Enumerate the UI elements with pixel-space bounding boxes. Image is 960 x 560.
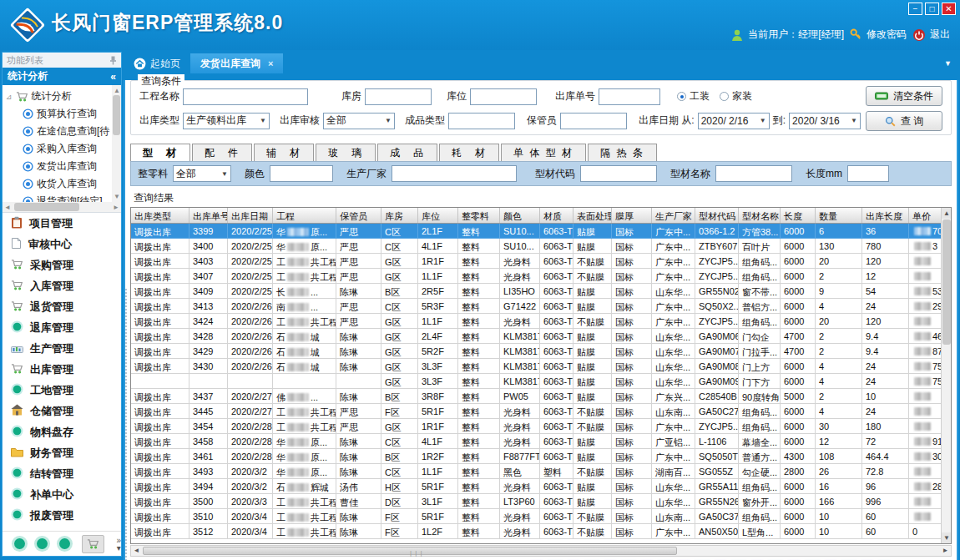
- tree-item[interactable]: 在途信息查询[待: [6, 123, 119, 140]
- module-dot-icon[interactable]: [37, 538, 48, 549]
- tree-item[interactable]: 采购入库查询: [6, 140, 119, 158]
- zhengling-select[interactable]: 全部▼: [173, 165, 231, 182]
- sidebar-module-circle[interactable]: 报废管理: [3, 505, 121, 526]
- collapse-icon[interactable]: «: [110, 71, 116, 83]
- sidebar-module-cart[interactable]: 采购管理: [3, 255, 121, 275]
- sidebar-module-circle[interactable]: 结转管理: [3, 463, 121, 484]
- column-header[interactable]: 库房: [381, 208, 418, 223]
- clear-conditions-button[interactable]: 清空条件: [866, 86, 942, 106]
- sidebar-module-circle[interactable]: 补单中心: [3, 484, 121, 505]
- material-tab[interactable]: 玻 璃: [316, 144, 376, 161]
- table-row[interactable]: 调拨出库34282020/2/26石城陈琳G区2L4F整料KLM38176063…: [131, 329, 941, 344]
- logout-button[interactable]: 退出: [912, 28, 950, 42]
- table-row[interactable]: 调拨出库34072020/2/25工共工程严思G区1L1F整料光身料6063-T…: [131, 269, 941, 284]
- column-header[interactable]: 数量: [816, 208, 862, 223]
- table-row[interactable]: 调拨出库34002020/2/25华原...严思C区4L1F整料SU10...6…: [131, 239, 941, 254]
- table-row[interactable]: 调拨出库34302020/2/26石城陈琳G区3L3F整料KLM38176063…: [131, 359, 941, 374]
- product-type-input[interactable]: [448, 113, 515, 129]
- table-row[interactable]: 调拨出库34582020/2/28华原...陈琳C区4L1F整料光身料6063-…: [131, 434, 941, 449]
- table-row[interactable]: 调拨出库34612020/2/28华原...陈琳B区1R2F整料F8877FT6…: [131, 449, 941, 464]
- column-header[interactable]: 工程: [273, 208, 336, 223]
- material-tab[interactable]: 耗 材: [439, 144, 499, 161]
- outbound-type-select[interactable]: 生产领料出库▼: [183, 113, 270, 129]
- material-tab[interactable]: 单 体 型 材: [501, 144, 586, 161]
- minimize-button[interactable]: −: [908, 3, 922, 15]
- module-dot-icon[interactable]: [59, 538, 70, 549]
- sidebar-module-doc[interactable]: 审核中心: [3, 234, 121, 255]
- radio-gongzhuang[interactable]: 工装: [677, 89, 710, 103]
- column-header[interactable]: 型材代码: [695, 208, 739, 223]
- table-row[interactable]: 调拨出库35122020/3/4工共工程陈琳F区1L2F整料光身料6063-T5…: [131, 524, 941, 539]
- table-vertical-scrollbar[interactable]: ▲▼: [941, 208, 951, 543]
- material-tab[interactable]: 配 件: [192, 144, 252, 161]
- more-modules-button[interactable]: »▾: [116, 537, 121, 552]
- warehouse-input[interactable]: [365, 88, 432, 105]
- column-header[interactable]: 整零料: [458, 208, 500, 223]
- tree-item[interactable]: 发货出库查询: [6, 158, 119, 175]
- sidebar-module-chart[interactable]: 生产管理: [3, 338, 121, 359]
- tree-horizontal-scrollbar[interactable]: ◄ ►: [3, 202, 121, 212]
- table-row[interactable]: 调拨出库34092020/2/25长...陈琳B区2R5F整料LI35HO606…: [131, 284, 941, 299]
- table-row[interactable]: 调拨出库34942020/3/2石辉城汤伟H区5R1F整料光身料6063-T5贴…: [131, 479, 941, 494]
- cart-module-button[interactable]: [82, 535, 105, 553]
- material-tab[interactable]: 隔 热 条: [588, 144, 657, 161]
- splitter-handle[interactable]: [125, 289, 128, 560]
- tab-home[interactable]: 起始页: [124, 53, 190, 73]
- audit-select[interactable]: 全部▼: [323, 113, 395, 129]
- sidebar-module-cart[interactable]: 出库管理: [3, 359, 121, 380]
- sidebar-module-circle[interactable]: 退库管理: [3, 317, 121, 338]
- maximize-button[interactable]: □: [925, 3, 939, 15]
- table-row[interactable]: 调拨出库34242020/2/26工共工程严思G区1L1F整料光身料6063-T…: [131, 314, 941, 329]
- profile-code-input[interactable]: [580, 165, 657, 182]
- table-row[interactable]: 调拨出库34452020/2/27工共工程严思F区5R1F整料光身料6063-T…: [131, 404, 941, 419]
- material-tab[interactable]: 成 品: [377, 144, 437, 161]
- sidebar-module-cart[interactable]: 入库管理: [3, 275, 121, 296]
- tree-item[interactable]: 收货入库查询: [6, 175, 119, 193]
- table-row[interactable]: 调拨出库35102020/3/4工共工程陈琳F区5R1F整料光身料6063-T5…: [131, 509, 941, 524]
- keeper-input[interactable]: [560, 113, 627, 129]
- column-header[interactable]: 保管员: [336, 208, 381, 223]
- material-tab[interactable]: 辅 材: [254, 144, 314, 161]
- tree-vertical-scrollbar[interactable]: ▲ ▼: [112, 85, 121, 202]
- column-header[interactable]: 颜色: [500, 208, 540, 223]
- order-no-input[interactable]: [599, 88, 660, 105]
- change-password-button[interactable]: 修改密码: [850, 28, 907, 42]
- project-name-input[interactable]: [183, 88, 308, 105]
- table-row[interactable]: 调拨出库34132020/2/26南...严思C区5R3F整料G71422606…: [131, 299, 941, 314]
- sidebar-module-circle[interactable]: 物料盘存: [3, 421, 121, 442]
- table-row[interactable]: 调拨出库34292020/2/26石城陈琳G区5R2F整料KLM38176063…: [131, 344, 941, 359]
- tab-close-icon[interactable]: ×: [268, 58, 273, 68]
- factory-input[interactable]: [392, 165, 517, 182]
- pin-icon[interactable]: [109, 56, 117, 65]
- column-header[interactable]: 出库类型: [131, 208, 189, 223]
- column-header[interactable]: 生产厂家: [652, 208, 695, 223]
- column-header[interactable]: 材质: [540, 208, 573, 223]
- color-input[interactable]: [270, 165, 333, 182]
- table-row[interactable]: G区3L3F整料KLM38176063-T5贴膜国标山东华...GA90M09.…: [131, 374, 941, 389]
- tree-root-statistics[interactable]: ⊿统计分析: [6, 88, 119, 105]
- column-header[interactable]: 长度: [781, 208, 816, 223]
- sidebar-module-home[interactable]: 仓储管理: [3, 401, 121, 421]
- column-header[interactable]: 出库长度: [862, 208, 909, 223]
- length-input[interactable]: [847, 165, 889, 182]
- date-from-picker[interactable]: 2020/ 2/16▼: [698, 113, 770, 129]
- table-horizontal-scrollbar[interactable]: ◄ | | | ►: [130, 545, 952, 557]
- tab-list-dropdown-icon[interactable]: ▼: [944, 59, 952, 68]
- sidebar-module-folder[interactable]: 财务管理: [3, 442, 121, 463]
- table-row[interactable]: 调拨出库33992020/2/25华原...严思C区2L1F整料SU10...6…: [131, 224, 941, 239]
- profile-name-input[interactable]: [715, 165, 792, 182]
- column-header[interactable]: 膜厚: [612, 208, 652, 223]
- sidebar-module-clipboard[interactable]: 项目管理: [3, 213, 121, 234]
- table-row[interactable]: 调拨出库34542020/2/28工共工程严思G区1R1F整料光身料6063-T…: [131, 419, 941, 434]
- search-button[interactable]: 查 询: [866, 111, 942, 131]
- module-dot-icon[interactable]: [14, 538, 25, 549]
- close-button[interactable]: ✕: [942, 3, 956, 15]
- section-header[interactable]: 统计分析 «: [3, 68, 121, 85]
- column-header[interactable]: 表面处理: [573, 208, 612, 223]
- sidebar-module-cart[interactable]: 退货管理: [3, 296, 121, 317]
- column-header[interactable]: 型材名称: [739, 208, 781, 223]
- column-header[interactable]: 单价: [909, 208, 941, 223]
- table-row[interactable]: 调拨出库34372020/2/27佛...陈琳B区3R8F整料PW056063-…: [131, 389, 941, 404]
- table-row[interactable]: 调拨出库34932020/3/2华原...陈琳C区1L1F整料黑色塑料不贴膜国标…: [131, 464, 941, 479]
- column-header[interactable]: 出库日期: [228, 208, 273, 223]
